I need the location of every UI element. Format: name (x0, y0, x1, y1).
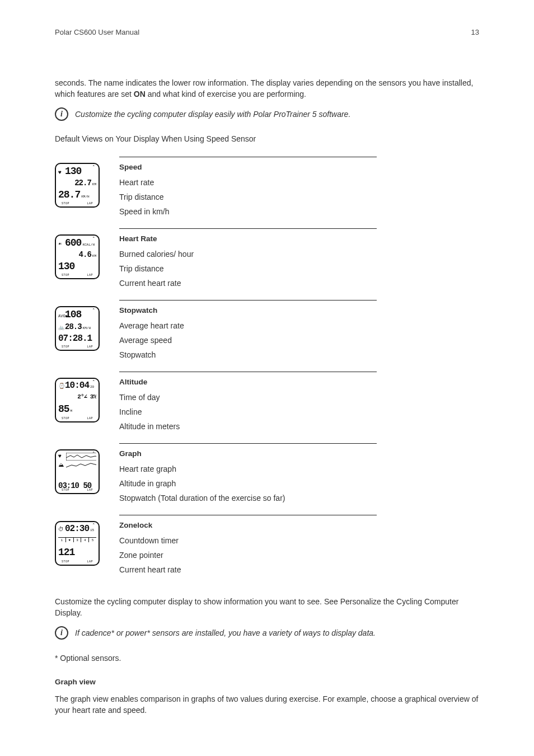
chevron-up-icon: ˄ (92, 165, 95, 171)
view-line: Average heart rate (119, 321, 370, 330)
lap-label: LAP (87, 489, 93, 492)
view-title: Zonelock (119, 521, 370, 529)
view-line: Speed in km/h (119, 207, 370, 216)
zone-pointer: 1 ♥ 3 4 5 (58, 537, 96, 543)
display-thumb-altitude: ˄ ⌚10:0420 2°∠ 3% 85M STOPLAP (55, 378, 100, 422)
view-line: Heart rate (119, 178, 370, 187)
page: Polar CS600 User Manual 13 seconds. The … (0, 0, 534, 756)
value: 07:28.1 (58, 334, 92, 343)
seconds: 20 (90, 386, 94, 389)
view-line: Stopwatch (119, 350, 370, 359)
info-callout-1: i Customize the cycling computer display… (55, 107, 479, 121)
unit: M (71, 410, 73, 413)
value: 600 (65, 238, 81, 248)
zone: ♥ (65, 538, 73, 542)
heart-icon: ♥ (58, 453, 65, 459)
optional-sensors-note: * Optional sensors. (55, 653, 479, 664)
value: 130 (58, 261, 74, 271)
section-title: Default Views on Your Display When Using… (55, 134, 479, 143)
stop-label: STOP (62, 417, 69, 420)
lap-label: LAP (87, 345, 93, 349)
table-row: ˄ ♥ ⛰ 03:10 50 STOPLAP (55, 444, 377, 515)
value: 108 (65, 309, 81, 320)
info-text: If cadence* or power* sensors are instal… (75, 628, 376, 637)
stop-label: STOP (62, 274, 69, 277)
heart-icon: ♥ (58, 170, 65, 176)
chevron-up-icon: ˄ (92, 308, 95, 314)
chevron-up-icon: ˄ (92, 451, 95, 457)
view-line: Burned calories/ hour (119, 250, 370, 259)
graph-view-paragraph: The graph view enables comparison in gra… (55, 694, 479, 716)
view-line: Time of day (119, 393, 370, 402)
zone: 5 (88, 538, 96, 542)
info-icon: i (55, 626, 68, 640)
intro-paragraph: seconds. The name indicates the lower ro… (55, 78, 479, 100)
zone: 3 (73, 538, 81, 542)
stop-label: STOP (62, 345, 69, 349)
lap-label: LAP (87, 274, 93, 277)
chevron-up-icon: ˄ (92, 523, 95, 529)
view-title: Speed (119, 163, 370, 171)
table-row: ˄ ⏱02:3015 1 ♥ 3 4 5 121 STOPLAP Zoneloc… (55, 515, 377, 587)
info-icon: i (55, 107, 68, 121)
unit: KM (92, 183, 96, 186)
stop-label: STOP (62, 489, 69, 492)
zone: 4 (81, 538, 88, 542)
on-label: ON (134, 90, 146, 98)
view-title: Stopwatch (119, 306, 370, 314)
info-text: Customize the cycling computer display e… (75, 110, 350, 119)
customize-paragraph: Customize the cycling computer display t… (55, 597, 479, 618)
views-table: ˄ ♥130 22.7KM 28.7KM/H STOPLAP Speed Hea… (55, 157, 377, 586)
value: 02:30 (65, 524, 89, 533)
chevron-up-icon: ˄ (92, 379, 95, 386)
display-thumb-stopwatch: ˄ AVG♥108 🚲28.3KM/H 07:28.1 STOPLAP (55, 306, 100, 351)
view-line: Current heart rate (119, 279, 370, 288)
value: 4.6 (79, 251, 91, 259)
value: 2°∠ 3% (77, 394, 96, 400)
intro-text-b: and what kind of exercise you are perfor… (146, 90, 306, 98)
manual-title: Polar CS600 User Manual (55, 28, 139, 36)
page-header: Polar CS600 User Manual 13 (55, 28, 479, 36)
hr-graph-icon (66, 453, 96, 461)
view-title: Altitude (119, 378, 370, 386)
table-row: ˄ AVG♥108 🚲28.3KM/H 07:28.1 STOPLAP Stop… (55, 300, 377, 372)
display-thumb-zonelock: ˄ ⏱02:3015 1 ♥ 3 4 5 121 STOPLAP (55, 521, 100, 566)
timer-icon: ⏱ (58, 527, 65, 533)
view-line: Stopwatch (Total duration of the exercis… (119, 494, 370, 503)
value: 28.7 (58, 190, 80, 200)
clock-icon: ⌚ (58, 384, 65, 389)
graph-view-heading: Graph view (55, 678, 479, 686)
value: 130 (65, 166, 81, 176)
view-line: Heart rate graph (119, 464, 370, 473)
alt-graph-icon (66, 462, 96, 468)
view-title: Heart Rate (119, 234, 370, 243)
value: 10:04 (65, 381, 89, 390)
value: 28.3 (65, 323, 82, 331)
view-line: Zone pointer (119, 551, 370, 560)
view-title: Graph (119, 449, 370, 458)
display-thumb-graph: ˄ ♥ ⛰ 03:10 50 STOPLAP (55, 449, 100, 494)
cycling-icon: ☙ (58, 242, 65, 247)
lap-label: LAP (87, 417, 93, 420)
view-line: Trip distance (119, 264, 370, 273)
table-row: ˄ ♥130 22.7KM 28.7KM/H STOPLAP Speed Hea… (55, 157, 377, 229)
view-line: Countdown timer (119, 536, 370, 545)
view-line: Trip distance (119, 192, 370, 201)
value: 121 (58, 547, 74, 557)
value: 22.7 (74, 179, 91, 187)
view-line: Current heart rate (119, 565, 370, 574)
info-callout-2: i If cadence* or power* sensors are inst… (55, 626, 479, 640)
view-line: Average speed (119, 336, 370, 345)
view-line: Altitude in graph (119, 479, 370, 488)
table-row: ˄ ⌚10:0420 2°∠ 3% 85M STOPLAP Altitude T… (55, 372, 377, 444)
avg-heart-icon: AVG♥ (58, 314, 65, 318)
view-line: Altitude in meters (119, 422, 370, 431)
display-thumb-heartrate: ˄ ☙600KCAL/H 4.6KM 130 STOPLAP (55, 234, 100, 279)
unit: KM (92, 255, 96, 258)
unit: KM/H (81, 195, 89, 199)
lap-label: LAP (87, 202, 93, 205)
value: 85 (58, 404, 69, 414)
view-line: Incline (119, 407, 370, 416)
unit: KM/H (83, 327, 91, 330)
table-row: ˄ ☙600KCAL/H 4.6KM 130 STOPLAP Heart Rat… (55, 229, 377, 300)
